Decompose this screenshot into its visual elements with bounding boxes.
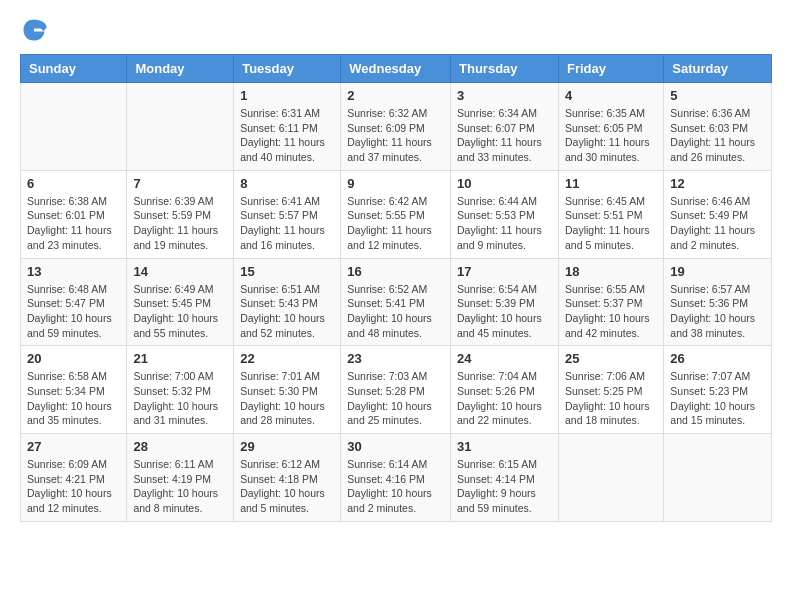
day-number: 29 [240,439,334,454]
day-number: 6 [27,176,120,191]
day-number: 4 [565,88,657,103]
day-info: Sunrise: 6:11 AM Sunset: 4:19 PM Dayligh… [133,457,227,516]
calendar-cell: 25Sunrise: 7:06 AM Sunset: 5:25 PM Dayli… [558,346,663,434]
day-info: Sunrise: 6:35 AM Sunset: 6:05 PM Dayligh… [565,106,657,165]
day-number: 20 [27,351,120,366]
day-info: Sunrise: 7:00 AM Sunset: 5:32 PM Dayligh… [133,369,227,428]
header-friday: Friday [558,55,663,83]
day-info: Sunrise: 6:34 AM Sunset: 6:07 PM Dayligh… [457,106,552,165]
calendar-cell: 20Sunrise: 6:58 AM Sunset: 5:34 PM Dayli… [21,346,127,434]
day-number: 2 [347,88,444,103]
calendar-body: 1Sunrise: 6:31 AM Sunset: 6:11 PM Daylig… [21,83,772,522]
day-number: 7 [133,176,227,191]
header-sunday: Sunday [21,55,127,83]
day-info: Sunrise: 6:48 AM Sunset: 5:47 PM Dayligh… [27,282,120,341]
day-number: 27 [27,439,120,454]
logo [20,16,52,44]
day-info: Sunrise: 7:06 AM Sunset: 5:25 PM Dayligh… [565,369,657,428]
day-number: 17 [457,264,552,279]
header-tuesday: Tuesday [234,55,341,83]
day-info: Sunrise: 6:15 AM Sunset: 4:14 PM Dayligh… [457,457,552,516]
day-number: 14 [133,264,227,279]
calendar-cell: 5Sunrise: 6:36 AM Sunset: 6:03 PM Daylig… [664,83,772,171]
day-number: 21 [133,351,227,366]
calendar-cell: 28Sunrise: 6:11 AM Sunset: 4:19 PM Dayli… [127,434,234,522]
calendar-cell: 18Sunrise: 6:55 AM Sunset: 5:37 PM Dayli… [558,258,663,346]
day-number: 28 [133,439,227,454]
day-info: Sunrise: 6:32 AM Sunset: 6:09 PM Dayligh… [347,106,444,165]
day-info: Sunrise: 6:51 AM Sunset: 5:43 PM Dayligh… [240,282,334,341]
calendar-cell: 2Sunrise: 6:32 AM Sunset: 6:09 PM Daylig… [341,83,451,171]
calendar-cell: 31Sunrise: 6:15 AM Sunset: 4:14 PM Dayli… [451,434,559,522]
calendar-cell [127,83,234,171]
day-info: Sunrise: 7:07 AM Sunset: 5:23 PM Dayligh… [670,369,765,428]
calendar-wrapper: Sunday Monday Tuesday Wednesday Thursday… [0,54,792,532]
day-number: 12 [670,176,765,191]
calendar-table: Sunday Monday Tuesday Wednesday Thursday… [20,54,772,522]
day-info: Sunrise: 6:38 AM Sunset: 6:01 PM Dayligh… [27,194,120,253]
calendar-cell: 22Sunrise: 7:01 AM Sunset: 5:30 PM Dayli… [234,346,341,434]
day-number: 31 [457,439,552,454]
calendar-cell: 7Sunrise: 6:39 AM Sunset: 5:59 PM Daylig… [127,170,234,258]
day-number: 11 [565,176,657,191]
calendar-cell: 17Sunrise: 6:54 AM Sunset: 5:39 PM Dayli… [451,258,559,346]
day-info: Sunrise: 7:04 AM Sunset: 5:26 PM Dayligh… [457,369,552,428]
day-info: Sunrise: 6:39 AM Sunset: 5:59 PM Dayligh… [133,194,227,253]
day-info: Sunrise: 6:41 AM Sunset: 5:57 PM Dayligh… [240,194,334,253]
calendar-week-3: 13Sunrise: 6:48 AM Sunset: 5:47 PM Dayli… [21,258,772,346]
day-info: Sunrise: 6:52 AM Sunset: 5:41 PM Dayligh… [347,282,444,341]
day-info: Sunrise: 6:49 AM Sunset: 5:45 PM Dayligh… [133,282,227,341]
day-info: Sunrise: 6:31 AM Sunset: 6:11 PM Dayligh… [240,106,334,165]
calendar-cell: 12Sunrise: 6:46 AM Sunset: 5:49 PM Dayli… [664,170,772,258]
day-info: Sunrise: 6:44 AM Sunset: 5:53 PM Dayligh… [457,194,552,253]
day-number: 3 [457,88,552,103]
calendar-cell: 24Sunrise: 7:04 AM Sunset: 5:26 PM Dayli… [451,346,559,434]
day-number: 5 [670,88,765,103]
calendar-cell: 3Sunrise: 6:34 AM Sunset: 6:07 PM Daylig… [451,83,559,171]
day-info: Sunrise: 6:09 AM Sunset: 4:21 PM Dayligh… [27,457,120,516]
calendar-cell: 30Sunrise: 6:14 AM Sunset: 4:16 PM Dayli… [341,434,451,522]
day-number: 13 [27,264,120,279]
day-number: 16 [347,264,444,279]
day-info: Sunrise: 6:14 AM Sunset: 4:16 PM Dayligh… [347,457,444,516]
calendar-cell [664,434,772,522]
header-saturday: Saturday [664,55,772,83]
calendar-cell: 14Sunrise: 6:49 AM Sunset: 5:45 PM Dayli… [127,258,234,346]
header-row: Sunday Monday Tuesday Wednesday Thursday… [21,55,772,83]
day-number: 10 [457,176,552,191]
day-info: Sunrise: 6:58 AM Sunset: 5:34 PM Dayligh… [27,369,120,428]
day-info: Sunrise: 6:42 AM Sunset: 5:55 PM Dayligh… [347,194,444,253]
day-number: 18 [565,264,657,279]
day-number: 19 [670,264,765,279]
day-number: 23 [347,351,444,366]
day-number: 9 [347,176,444,191]
calendar-week-5: 27Sunrise: 6:09 AM Sunset: 4:21 PM Dayli… [21,434,772,522]
calendar-cell: 16Sunrise: 6:52 AM Sunset: 5:41 PM Dayli… [341,258,451,346]
calendar-cell: 8Sunrise: 6:41 AM Sunset: 5:57 PM Daylig… [234,170,341,258]
calendar-cell: 21Sunrise: 7:00 AM Sunset: 5:32 PM Dayli… [127,346,234,434]
calendar-cell: 19Sunrise: 6:57 AM Sunset: 5:36 PM Dayli… [664,258,772,346]
day-info: Sunrise: 6:55 AM Sunset: 5:37 PM Dayligh… [565,282,657,341]
calendar-cell: 13Sunrise: 6:48 AM Sunset: 5:47 PM Dayli… [21,258,127,346]
day-info: Sunrise: 6:12 AM Sunset: 4:18 PM Dayligh… [240,457,334,516]
day-number: 8 [240,176,334,191]
logo-icon [20,16,48,44]
day-number: 1 [240,88,334,103]
day-info: Sunrise: 6:57 AM Sunset: 5:36 PM Dayligh… [670,282,765,341]
day-number: 25 [565,351,657,366]
day-info: Sunrise: 6:46 AM Sunset: 5:49 PM Dayligh… [670,194,765,253]
calendar-week-4: 20Sunrise: 6:58 AM Sunset: 5:34 PM Dayli… [21,346,772,434]
calendar-header: Sunday Monday Tuesday Wednesday Thursday… [21,55,772,83]
calendar-cell: 29Sunrise: 6:12 AM Sunset: 4:18 PM Dayli… [234,434,341,522]
calendar-cell: 26Sunrise: 7:07 AM Sunset: 5:23 PM Dayli… [664,346,772,434]
day-number: 15 [240,264,334,279]
day-info: Sunrise: 6:36 AM Sunset: 6:03 PM Dayligh… [670,106,765,165]
calendar-cell: 6Sunrise: 6:38 AM Sunset: 6:01 PM Daylig… [21,170,127,258]
calendar-cell: 10Sunrise: 6:44 AM Sunset: 5:53 PM Dayli… [451,170,559,258]
day-number: 26 [670,351,765,366]
calendar-cell: 23Sunrise: 7:03 AM Sunset: 5:28 PM Dayli… [341,346,451,434]
calendar-week-2: 6Sunrise: 6:38 AM Sunset: 6:01 PM Daylig… [21,170,772,258]
calendar-cell: 4Sunrise: 6:35 AM Sunset: 6:05 PM Daylig… [558,83,663,171]
calendar-cell [558,434,663,522]
page-header [0,0,792,54]
